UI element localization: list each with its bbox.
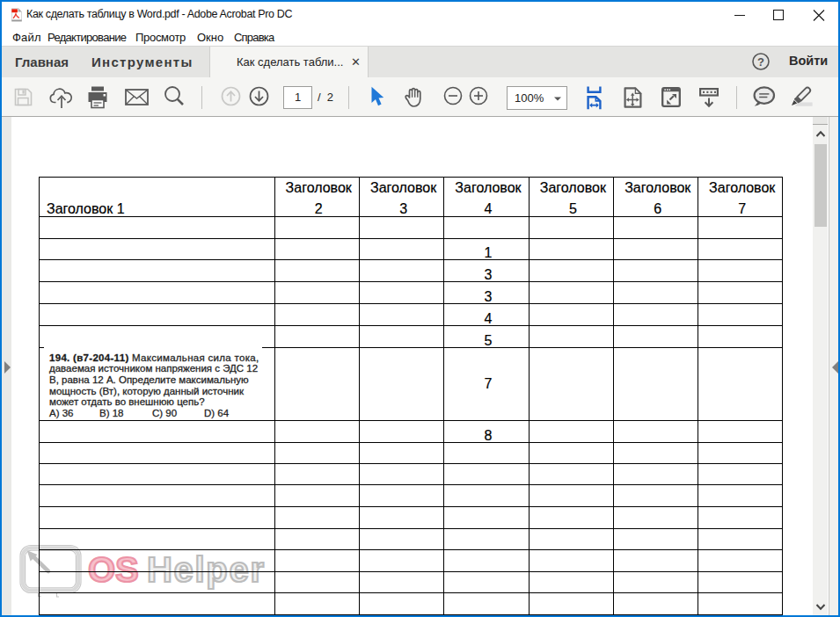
svg-text:?: ? — [757, 55, 764, 69]
